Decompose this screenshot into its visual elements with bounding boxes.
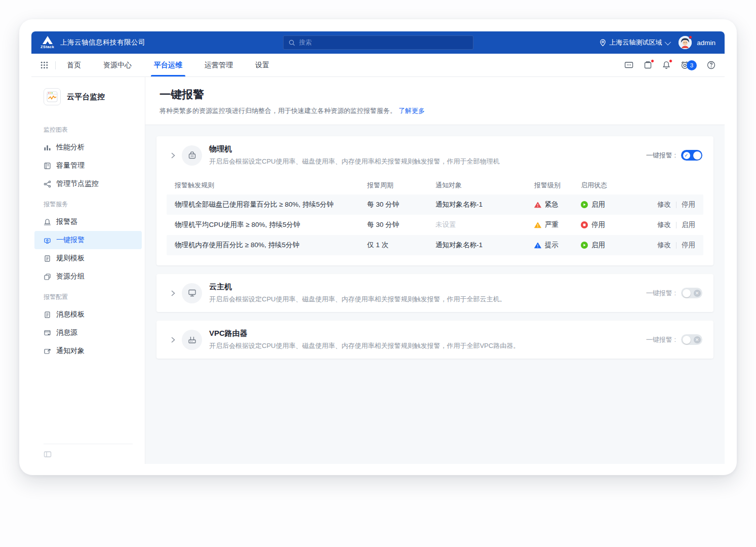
sidebar-item-message-templates[interactable]: 消息模板	[31, 305, 145, 324]
sidebar-section-alarm-services: 报警服务	[31, 200, 145, 209]
toggle-label: 一键报警 :	[646, 289, 676, 298]
region-selector[interactable]: 上海云轴测试区域	[600, 38, 669, 47]
disabled-stop-icon	[581, 221, 588, 228]
status-badge-disabled: 停用	[581, 220, 635, 229]
table-row: 物理机全部磁盘已使用容量百分比 ≥ 80%, 持续5分钟 每 30 分钟 通知对…	[167, 194, 703, 215]
cross-icon: ✕	[694, 290, 701, 297]
col-header-notify: 通知对象	[435, 181, 534, 190]
modify-action[interactable]: 修改	[657, 241, 671, 250]
enabled-play-icon	[581, 201, 588, 208]
level-text: 紧急	[545, 200, 559, 209]
sidebar-item-label: 资源分组	[56, 272, 85, 281]
search-icon	[289, 40, 295, 46]
enable-action[interactable]: 启用	[682, 220, 695, 229]
main-nav-bar: 首页 资源中心 平台运维 运营管理 设置 3	[31, 54, 725, 77]
resource-title: VPC路由器	[209, 329, 646, 338]
toggle-label: 一键报警 :	[646, 151, 676, 160]
nav-item-settings[interactable]: 设置	[255, 54, 269, 76]
sidebar-item-one-key-alarm[interactable]: 一键报警	[34, 231, 142, 249]
toggle-knob	[693, 151, 701, 160]
sidebar-item-notify-targets[interactable]: 通知对象	[31, 342, 145, 360]
card-physical-machine: 物理机 开启后会根据设定CPU使用率、磁盘使用率、内存使用率相关报警规则触发报警…	[156, 136, 713, 265]
sidebar-item-performance-analysis[interactable]: 性能分析	[31, 138, 145, 157]
one-key-alarm-toggle[interactable]: ✕	[681, 334, 702, 345]
alarm-monitor-icon[interactable]: 3	[681, 60, 697, 70]
sidebar-item-message-sources[interactable]: 消息源	[31, 324, 145, 342]
sidebar-item-label: 通知对象	[56, 346, 85, 356]
bell-badge-dot	[669, 59, 672, 63]
learn-more-link[interactable]: 了解更多	[399, 107, 425, 114]
col-header-status: 启用状态	[581, 181, 635, 190]
tasks-icon[interactable]	[644, 61, 652, 69]
card-vm-instance: 云主机 开启后会根据设定CPU使用率、磁盘使用率、内存使用率相关报警规则触发报警…	[156, 274, 713, 312]
table-header-row: 报警触发规则 报警周期 通知对象 报警级别 启用状态	[167, 176, 703, 194]
page-description: 将种类繁多的资源监控项进行归纳整合，用于快速建立各种资源的监控报警服务。了解更多	[160, 106, 710, 115]
sidebar-item-rule-templates[interactable]: 规则模板	[31, 249, 145, 267]
page-description-text: 将种类繁多的资源监控项进行归纳整合，用于快速建立各种资源的监控报警服务。	[160, 107, 396, 114]
sidebar-item-label: 容量管理	[56, 161, 85, 170]
content-area: 一键报警 将种类繁多的资源监控项进行归纳整合，用于快速建立各种资源的监控报警服务…	[145, 77, 725, 464]
sidebar-item-label: 管理节点监控	[56, 179, 99, 188]
rule-text: 物理机全部磁盘已使用容量百分比 ≥ 80%, 持续5分钟	[175, 200, 367, 209]
expand-chevron-icon[interactable]	[168, 290, 179, 296]
product-header: 云平台监控	[31, 88, 145, 105]
modify-action[interactable]: 修改	[657, 200, 671, 209]
cloud-monitor-product-icon	[44, 88, 61, 105]
expand-chevron-icon[interactable]	[168, 337, 179, 343]
help-icon[interactable]	[707, 61, 715, 69]
document-icon	[44, 311, 51, 319]
status-text: 停用	[591, 220, 605, 229]
zstack-logo-icon: ZStack	[41, 36, 54, 49]
apps-grid-icon[interactable]	[41, 61, 48, 69]
expand-chevron-icon[interactable]	[168, 152, 179, 159]
physical-machine-icon	[182, 145, 202, 166]
col-header-rule: 报警触发规则	[175, 181, 367, 190]
nav-item-operation-mgmt[interactable]: 运营管理	[205, 54, 233, 76]
sidebar-item-label: 报警器	[56, 217, 77, 226]
period-text: 每 30 分钟	[367, 200, 435, 209]
sidebar: 云平台监控 监控图表 性能分析 容量管理 管理节点监控 报警服务 报警器	[31, 77, 145, 464]
one-key-alarm-toggle[interactable]: ✕	[681, 288, 702, 298]
page-header: 一键报警 将种类繁多的资源监控项进行归纳整合，用于快速建立各种资源的监控报警服务…	[145, 77, 725, 125]
sidebar-item-label: 规则模板	[56, 254, 85, 263]
resource-title: 物理机	[209, 144, 646, 154]
sidebar-item-resource-groups[interactable]: 资源分组	[31, 267, 145, 286]
sidebar-section-monitor-charts: 监控图表	[31, 126, 145, 134]
status-text: 启用	[591, 200, 605, 209]
alarm-count-badge[interactable]: 3	[687, 60, 697, 70]
sidebar-item-capacity-mgmt[interactable]: 容量管理	[31, 157, 145, 175]
resource-description: 开启后会根据设定CPU使用率、磁盘使用率、内存使用率相关报警规则触发报警，作用于…	[209, 295, 646, 304]
user-avatar[interactable]	[679, 36, 692, 49]
global-search-input[interactable]: 搜索	[283, 35, 473, 50]
top-bar: ZStack 上海云轴信息科技有限公司 搜索 上海云轴测试区域 admin	[31, 31, 725, 54]
console-icon[interactable]	[624, 61, 633, 69]
col-header-level: 报警级别	[534, 181, 581, 190]
sidebar-item-mgmt-node-monitor[interactable]: 管理节点监控	[31, 175, 145, 193]
tasks-badge-dot	[651, 59, 654, 63]
toggle-knob	[683, 336, 691, 344]
disable-action[interactable]: 停用	[682, 200, 695, 209]
ledger-icon	[44, 162, 51, 170]
sidebar-item-label: 性能分析	[56, 143, 85, 152]
disable-action[interactable]: 停用	[682, 241, 695, 250]
nav-item-platform-ops[interactable]: 平台运维	[154, 54, 182, 76]
modify-action[interactable]: 修改	[657, 220, 671, 229]
sidebar-item-label: 消息模板	[56, 310, 85, 319]
action-divider	[676, 242, 677, 249]
topology-icon	[44, 180, 51, 188]
nav-item-resource-center[interactable]: 资源中心	[103, 54, 132, 76]
page-title: 一键报警	[160, 87, 710, 102]
sidebar-item-alarms[interactable]: 报警器	[31, 213, 145, 231]
warning-triangle-icon	[534, 202, 541, 208]
toggle-knob	[683, 289, 691, 297]
bell-icon[interactable]	[662, 61, 670, 69]
region-name: 上海云轴测试区域	[609, 38, 662, 47]
sidebar-collapse-icon[interactable]	[44, 451, 52, 458]
nav-item-home[interactable]: 首页	[67, 54, 81, 76]
one-key-alarm-toggle[interactable]: ✓	[681, 150, 702, 161]
brand: ZStack 上海云轴信息科技有限公司	[41, 36, 145, 49]
resource-description: 开启后会根据设定CPU使用率、磁盘使用率、内存使用率相关报警规则触发报警，作用于…	[209, 341, 646, 350]
level-badge-severe: 严重	[534, 220, 581, 229]
resource-title: 云主机	[209, 282, 646, 292]
status-badge-enabled: 启用	[581, 200, 635, 209]
